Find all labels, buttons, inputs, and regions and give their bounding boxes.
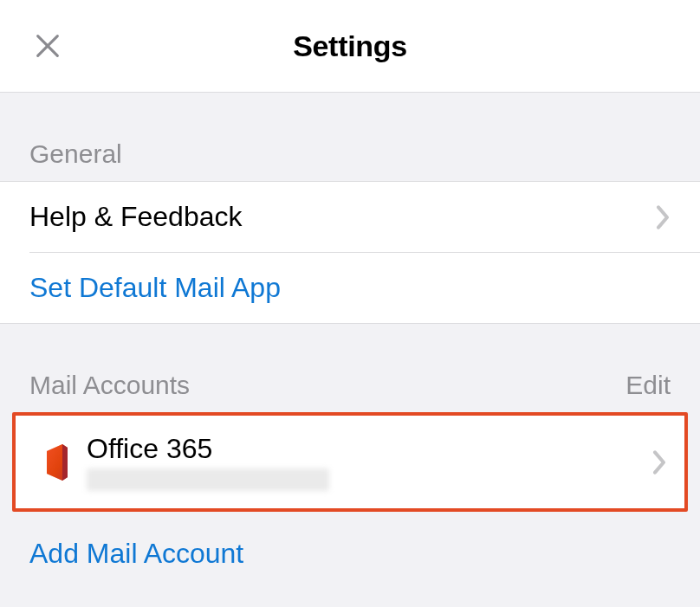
account-name-label: Office 365 xyxy=(87,433,329,465)
section-header-general: General xyxy=(0,93,700,181)
account-email-redacted xyxy=(87,468,329,491)
page-title: Settings xyxy=(293,29,407,63)
account-text: Office 365 xyxy=(87,433,329,491)
close-icon xyxy=(33,31,62,61)
set-default-mail-label: Set Default Mail App xyxy=(29,272,281,304)
section-header-general-label: General xyxy=(29,139,122,169)
edit-accounts-button[interactable]: Edit xyxy=(625,371,671,400)
add-mail-account-button[interactable]: Add Mail Account xyxy=(0,512,700,570)
help-feedback-label: Help & Feedback xyxy=(29,201,242,233)
account-row-office365[interactable]: Office 365 xyxy=(16,416,684,508)
chevron-right-icon xyxy=(655,204,671,230)
settings-header: Settings xyxy=(0,0,700,93)
section-header-mail-accounts: Mail Accounts Edit xyxy=(0,324,700,412)
close-button[interactable] xyxy=(33,31,62,61)
section-header-mail-accounts-label: Mail Accounts xyxy=(29,371,190,400)
general-list: Help & Feedback Set Default Mail App xyxy=(0,181,700,324)
add-mail-account-label: Add Mail Account xyxy=(29,538,243,569)
chevron-right-icon xyxy=(651,449,667,475)
set-default-mail-row[interactable]: Set Default Mail App xyxy=(0,253,700,323)
account-highlight-box: Office 365 xyxy=(12,412,688,512)
help-feedback-row[interactable]: Help & Feedback xyxy=(0,182,700,252)
office-icon xyxy=(24,442,87,482)
